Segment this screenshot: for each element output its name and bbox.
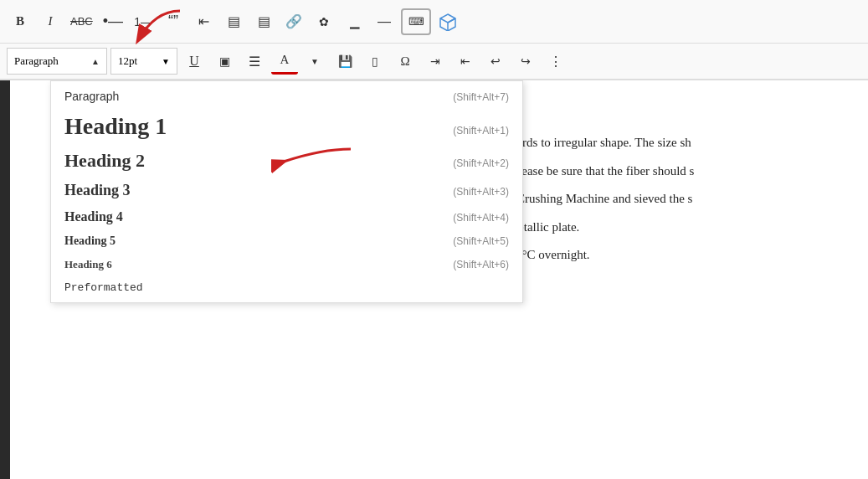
align-right-button[interactable]: ▤ [250,8,277,35]
dropdown-h6-shortcut: (Shift+Alt+6) [453,259,509,270]
paragraph-select[interactable]: Paragraph ▲ [7,48,107,75]
dropdown-h5-shortcut: (Shift+Alt+5) [453,235,509,247]
text-align-button[interactable]: ☰ [241,48,268,75]
dropdown-item-paragraph[interactable]: Paragraph (Shift+Alt+7) [51,85,522,108]
dropdown-preformatted-label: Preformatted [64,281,143,294]
dropdown-h4-label: Heading 4 [64,209,123,224]
arrow-up-icon: ▲ [91,57,100,66]
cube-icon [439,13,457,31]
font-color-arrow[interactable]: ▼ [301,48,328,75]
separator-button[interactable]: ― [371,8,398,35]
paragraph-dropdown[interactable]: Paragraph (Shift+Alt+7) Heading 1 (Shift… [50,80,523,303]
strikethrough-button[interactable]: ABC [67,8,96,35]
dropdown-item-h3[interactable]: Heading 3 (Shift+Alt+3) [51,177,522,204]
dropdown-paragraph-label: Paragraph [64,90,119,103]
link-button[interactable]: 🔗 [280,8,307,35]
toolbar-row2: Paragraph ▲ 12pt ▼ U ▣ ☰ A ▼ 💾 ▯ Ω ⇥ ⇤ ↩… [0,44,868,80]
eraser-button[interactable]: ▯ [362,48,388,75]
save-button[interactable]: 💾 [331,48,358,75]
dropdown-h1-shortcut: (Shift+Alt+1) [453,125,509,136]
italic-button[interactable]: I [37,8,64,35]
blockquote-button[interactable]: “” [160,8,187,35]
content-paragraph-4: put into Crushing Machine and sieved the… [475,188,851,210]
dropdown-h3-shortcut: (Shift+Alt+3) [453,186,509,198]
special-char-button[interactable]: Ω [392,48,419,75]
align-left-button[interactable]: ⇤ [190,8,217,35]
dropdown-h6-label: Heading 6 [64,258,112,271]
arrow-down-icon: ▼ [162,57,170,66]
bold-button[interactable]: B [7,8,33,35]
horizontal-rule-button[interactable]: ⎯ [341,8,367,35]
content-paragraph-3: ic bag. Please be sure that the fiber sh… [475,161,851,183]
more-button[interactable]: ⋮ [542,48,569,75]
dropdown-item-h4[interactable]: Heading 4 (Shift+Alt+4) [51,204,522,229]
dropdown-h4-shortcut: (Shift+Alt+4) [453,212,509,224]
content-paragraph-2: MgO boards to irregular shape. The size … [475,132,851,154]
indent-button[interactable]: ⇥ [422,48,449,75]
dropdown-item-preformatted[interactable]: Preformatted [51,276,522,299]
dropdown-item-h2[interactable]: Heading 2 (Shift+Alt+2) [51,145,522,177]
align-center-button[interactable]: ▤ [220,8,247,35]
font-color-button[interactable]: A [271,48,298,75]
paragraph-select-label: Paragraph [14,54,59,68]
toolbar-row1: B I ABC •— 1— “” ⇤ ▤ ▤ 🔗 ✿ ⎯ ― ⌨ [0,0,868,44]
ordered-list-button[interactable]: 1— [130,8,157,35]
main-area: Paragraph (Shift+Alt+7) Heading 1 (Shift… [0,80,868,479]
editor-content[interactable]: 88 MgO boards to irregular shape. The si… [466,80,868,479]
size-select[interactable]: 12pt ▼ [110,48,177,75]
outdent-button[interactable]: ⇤ [452,48,479,75]
cube-button[interactable] [434,8,461,35]
undo-button[interactable]: ↩ [482,48,509,75]
media-embed-button[interactable]: ▣ [211,48,238,75]
content-paragraph-6: at 105 ±5°C overnight. [475,245,851,266]
bullet-list-button[interactable]: •— [100,8,126,35]
keyboard-button[interactable]: ⌨ [401,8,431,35]
dropdown-h2-shortcut: (Shift+Alt+2) [453,157,509,169]
dropdown-item-h6[interactable]: Heading 6 (Shift+Alt+6) [51,253,522,276]
content-paragraph-1: 88 [475,97,851,126]
redo-button[interactable]: ↪ [512,48,539,75]
dropdown-h2-label: Heading 2 [64,150,145,172]
dropdown-h1-label: Heading 1 [64,113,167,140]
h2-arrow-svg [271,141,355,174]
dropdown-item-h1[interactable]: Heading 1 (Shift+Alt+1) [51,108,522,145]
dropdown-item-h5[interactable]: Heading 5 (Shift+Alt+5) [51,229,522,253]
content-paragraph-5: d on a metallic plate. [475,217,851,239]
size-select-label: 12pt [118,54,137,68]
dropdown-paragraph-shortcut: (Shift+Alt+7) [453,91,509,103]
image-button[interactable]: ✿ [311,8,337,35]
editor-wrapper: B I ABC •— 1— “” ⇤ ▤ ▤ 🔗 ✿ ⎯ ― ⌨ [0,0,868,479]
dropdown-h5-label: Heading 5 [64,234,116,248]
h2-arrow-indicator [271,141,355,178]
left-sidebar-strip [0,80,10,479]
underline-button[interactable]: U [181,48,208,75]
dropdown-h3-label: Heading 3 [64,182,131,199]
